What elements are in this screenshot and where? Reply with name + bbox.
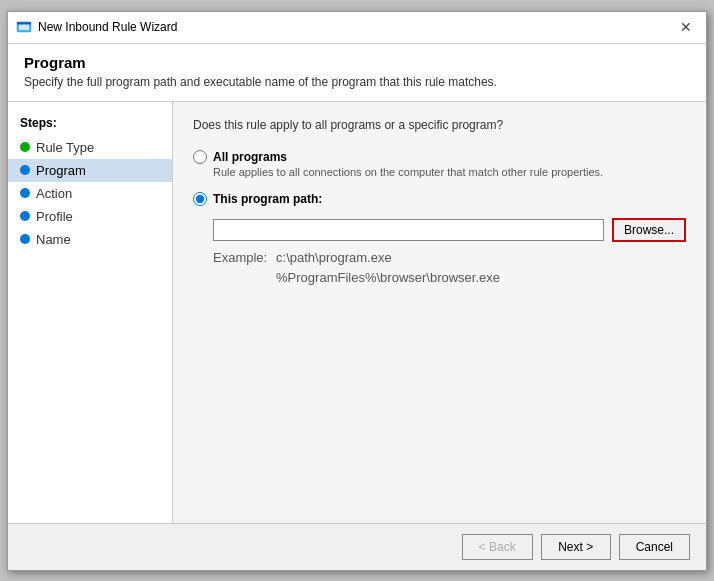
this-program-label[interactable]: This program path: <box>213 192 322 206</box>
sidebar-item-label: Program <box>36 163 86 178</box>
sidebar-item-label: Rule Type <box>36 140 94 155</box>
wizard-window: New Inbound Rule Wizard ✕ Program Specif… <box>7 11 707 571</box>
svg-rect-2 <box>17 22 31 25</box>
footer: < Back Next > Cancel <box>8 523 706 570</box>
example-text: Example: c:\path\program.exe %ProgramFil… <box>193 248 686 290</box>
this-program-option: This program path: Browse... Example: c:… <box>193 192 686 290</box>
header-section: Program Specify the full program path an… <box>8 44 706 102</box>
example-line2: %ProgramFiles%\browser\browser.exe <box>276 270 500 285</box>
all-programs-row: All programs <box>193 150 686 164</box>
step-pending-icon <box>20 188 30 198</box>
all-programs-option: All programs Rule applies to all connect… <box>193 150 686 178</box>
path-input-row: Browse... <box>193 218 686 242</box>
sidebar-item-name[interactable]: Name <box>8 228 172 251</box>
example-label: Example: <box>213 248 273 269</box>
cancel-button[interactable]: Cancel <box>619 534 690 560</box>
title-bar: New Inbound Rule Wizard ✕ <box>8 12 706 44</box>
step-active-icon <box>20 165 30 175</box>
sidebar-item-label: Profile <box>36 209 73 224</box>
this-program-radio[interactable] <box>193 192 207 206</box>
step-pending-icon <box>20 234 30 244</box>
path-section: Browse... Example: c:\path\program.exe %… <box>193 218 686 290</box>
page-description: Specify the full program path and execut… <box>24 75 690 89</box>
svg-rect-1 <box>19 24 29 30</box>
window-icon <box>16 19 32 35</box>
question-text: Does this rule apply to all programs or … <box>193 118 686 132</box>
next-button[interactable]: Next > <box>541 534 611 560</box>
example-line1: c:\path\program.exe <box>276 250 392 265</box>
sidebar-item-label: Name <box>36 232 71 247</box>
step-done-icon <box>20 142 30 152</box>
all-programs-description: Rule applies to all connections on the c… <box>193 166 686 178</box>
steps-label: Steps: <box>8 112 172 136</box>
window-title: New Inbound Rule Wizard <box>38 20 177 34</box>
all-programs-label[interactable]: All programs <box>213 150 287 164</box>
sidebar-item-rule-type[interactable]: Rule Type <box>8 136 172 159</box>
step-pending-icon <box>20 211 30 221</box>
radio-group: All programs Rule applies to all connect… <box>193 150 686 290</box>
all-programs-radio[interactable] <box>193 150 207 164</box>
sidebar-item-label: Action <box>36 186 72 201</box>
sidebar: Steps: Rule Type Program Action Profile … <box>8 102 173 523</box>
page-title: Program <box>24 54 690 71</box>
content-area: Steps: Rule Type Program Action Profile … <box>8 102 706 523</box>
sidebar-item-program[interactable]: Program <box>8 159 172 182</box>
main-panel: Does this rule apply to all programs or … <box>173 102 706 523</box>
this-program-row: This program path: <box>193 192 686 206</box>
title-bar-left: New Inbound Rule Wizard <box>16 19 177 35</box>
back-button[interactable]: < Back <box>462 534 533 560</box>
program-path-input[interactable] <box>213 219 604 241</box>
sidebar-item-profile[interactable]: Profile <box>8 205 172 228</box>
close-button[interactable]: ✕ <box>674 17 698 37</box>
sidebar-item-action[interactable]: Action <box>8 182 172 205</box>
browse-button[interactable]: Browse... <box>612 218 686 242</box>
